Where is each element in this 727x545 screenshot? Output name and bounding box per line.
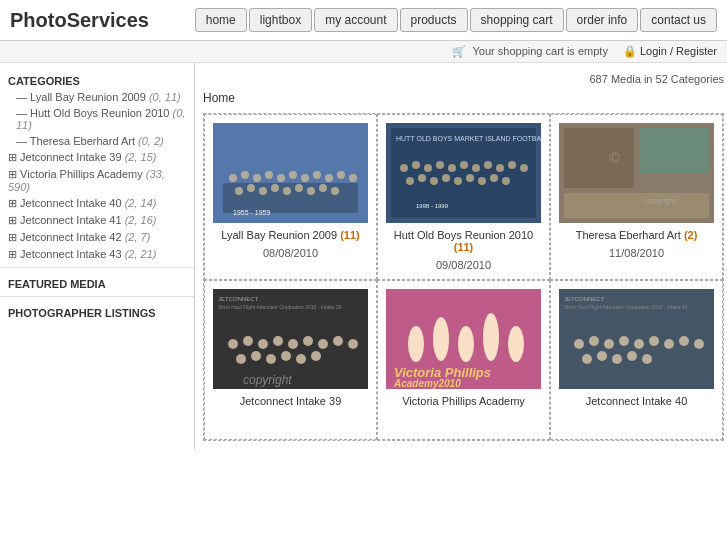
sidebar-item-jetconn42[interactable]: ⊞ Jetconnect Intake 42 (2, 7) [0, 229, 194, 246]
main: CATEGORIES — Lyall Bay Reunion 2009 (0, … [0, 63, 727, 449]
svg-point-13 [235, 187, 243, 195]
svg-point-15 [259, 187, 267, 195]
svg-rect-48 [564, 128, 634, 188]
nav-lightbox[interactable]: lightbox [249, 8, 312, 32]
svg-point-75 [433, 317, 449, 361]
stats-bar: 687 Media in 52 Categories [203, 71, 724, 91]
svg-point-85 [589, 336, 599, 346]
login-link[interactable]: 🔒 Login / Register [623, 45, 717, 58]
svg-text:HUTT OLD BOYS MARKET ISLAND FO: HUTT OLD BOYS MARKET ISLAND FOOTBALL CLU… [396, 135, 541, 142]
categories-title: CATEGORIES [0, 71, 194, 89]
gallery-cell-jetconn40[interactable]: JETCONNECT Short Haul Flight Attendant G… [550, 280, 723, 440]
svg-point-9 [313, 171, 321, 179]
gallery-cell-victoria[interactable]: Victoria Phillips Academy2010 Victoria P… [377, 280, 550, 440]
sidebar: CATEGORIES — Lyall Bay Reunion 2009 (0, … [0, 63, 195, 449]
sidebar-divider-1 [0, 267, 194, 268]
svg-point-17 [283, 187, 291, 195]
gallery-cell-hutt[interactable]: HUTT OLD BOYS MARKET ISLAND FOOTBALL CLU… [377, 114, 550, 280]
svg-point-36 [520, 164, 528, 172]
gallery-date-theresa: 11/08/2010 [609, 247, 664, 259]
svg-point-6 [277, 174, 285, 182]
nav-products[interactable]: products [400, 8, 468, 32]
sidebar-item-lyall[interactable]: — Lyall Bay Reunion 2009 (0, 11) [0, 89, 194, 105]
svg-text:copyright: copyright [644, 196, 677, 205]
svg-point-41 [454, 177, 462, 185]
svg-point-8 [301, 174, 309, 182]
svg-point-91 [679, 336, 689, 346]
svg-point-68 [281, 351, 291, 361]
nav-shopping-cart[interactable]: shopping cart [470, 8, 564, 32]
gallery-date-lyall: 08/08/2010 [263, 247, 318, 259]
svg-point-7 [289, 171, 297, 179]
svg-point-39 [430, 177, 438, 185]
gallery-cell-lyall[interactable]: 1955 - 1959 Lyall Bay Reunion 2009 (11) … [204, 114, 377, 280]
svg-point-92 [694, 339, 704, 349]
svg-point-19 [307, 187, 315, 195]
sidebar-item-jetconn41[interactable]: ⊞ Jetconnect Intake 41 (2, 16) [0, 212, 194, 229]
content: 687 Media in 52 Categories Home [195, 63, 727, 449]
sidebar-item-jetconn43[interactable]: ⊞ Jetconnect Intake 43 (2, 21) [0, 246, 194, 263]
svg-point-31 [460, 161, 468, 169]
svg-point-67 [266, 354, 276, 364]
cart-bar: 🛒 Your shopping cart is empty 🔒 Login / … [0, 41, 727, 63]
featured-media-link[interactable]: FEATURED MEDIA [0, 272, 194, 292]
gallery-title-lyall: Lyall Bay Reunion 2009 (11) [221, 229, 359, 241]
logo: PhotoServices [10, 9, 149, 32]
svg-point-4 [253, 174, 261, 182]
nav-contact-us[interactable]: contact us [640, 8, 717, 32]
gallery-title-victoria: Victoria Phillips Academy [402, 395, 525, 407]
photographer-listings-link[interactable]: PHOTOGRAPHER LISTINGS [0, 301, 194, 321]
sidebar-item-victoria[interactable]: ⊞ Victoria Phillips Academy (33, 590) [0, 166, 194, 195]
gallery-img-jetconn39: JETCONNECT Short Haul Flight Attendant G… [213, 289, 368, 389]
header: PhotoServices home lightbox my account p… [0, 0, 727, 41]
svg-point-77 [483, 313, 499, 361]
svg-point-12 [349, 174, 357, 182]
svg-point-60 [288, 339, 298, 349]
svg-point-43 [478, 177, 486, 185]
gallery-img-jetconn40: JETCONNECT Short Haul Flight Attendant G… [559, 289, 714, 389]
gallery-date-hutt: 09/08/2010 [436, 259, 491, 271]
svg-text:Short Haul Flight Attendant Gr: Short Haul Flight Attendant Graduation 2… [218, 304, 342, 310]
svg-point-3 [241, 171, 249, 179]
sidebar-item-theresa[interactable]: — Theresa Eberhard Art (0, 2) [0, 133, 194, 149]
svg-point-27 [412, 161, 420, 169]
svg-point-76 [458, 326, 474, 362]
svg-point-61 [303, 336, 313, 346]
svg-point-21 [331, 187, 339, 195]
gallery-title-theresa: Theresa Eberhard Art (2) [576, 229, 698, 241]
svg-point-78 [508, 326, 524, 362]
sidebar-item-jetconn39[interactable]: ⊞ Jetconnect Intake 39 (2, 15) [0, 149, 194, 166]
nav-home[interactable]: home [195, 8, 247, 32]
nav-order-info[interactable]: order info [566, 8, 639, 32]
login-text[interactable]: Login / Register [640, 45, 717, 57]
svg-point-42 [466, 174, 474, 182]
svg-point-62 [318, 339, 328, 349]
nav-my-account[interactable]: my account [314, 8, 397, 32]
gallery-cell-theresa[interactable]: © copyright Theresa Eberhard Art (2) 11/… [550, 114, 723, 280]
cart-icon: 🛒 [452, 45, 466, 57]
svg-point-2 [229, 174, 237, 182]
svg-text:JETCONNECT: JETCONNECT [564, 296, 605, 302]
sidebar-item-jetconn40[interactable]: ⊞ Jetconnect Intake 40 (2, 14) [0, 195, 194, 212]
sidebar-item-hutt[interactable]: — Hutt Old Boys Reunion 2010 (0, 11) [0, 105, 194, 133]
svg-point-16 [271, 184, 279, 192]
svg-point-90 [664, 339, 674, 349]
svg-point-65 [236, 354, 246, 364]
svg-text:Short Haul Flight Attendant Gr: Short Haul Flight Attendant Graduation 2… [564, 304, 688, 310]
svg-point-88 [634, 339, 644, 349]
svg-point-32 [472, 164, 480, 172]
svg-point-26 [400, 164, 408, 172]
svg-point-33 [484, 161, 492, 169]
svg-rect-49 [639, 128, 709, 173]
gallery-img-theresa: © copyright [559, 123, 714, 223]
svg-point-95 [612, 354, 622, 364]
svg-rect-50 [564, 193, 709, 218]
svg-point-86 [604, 339, 614, 349]
gallery-title-jetconn39: Jetconnect Intake 39 [240, 395, 342, 407]
svg-point-35 [508, 161, 516, 169]
svg-point-70 [311, 351, 321, 361]
breadcrumb: Home [203, 91, 724, 105]
gallery-cell-jetconn39[interactable]: JETCONNECT Short Haul Flight Attendant G… [204, 280, 377, 440]
svg-point-97 [642, 354, 652, 364]
svg-point-64 [348, 339, 358, 349]
